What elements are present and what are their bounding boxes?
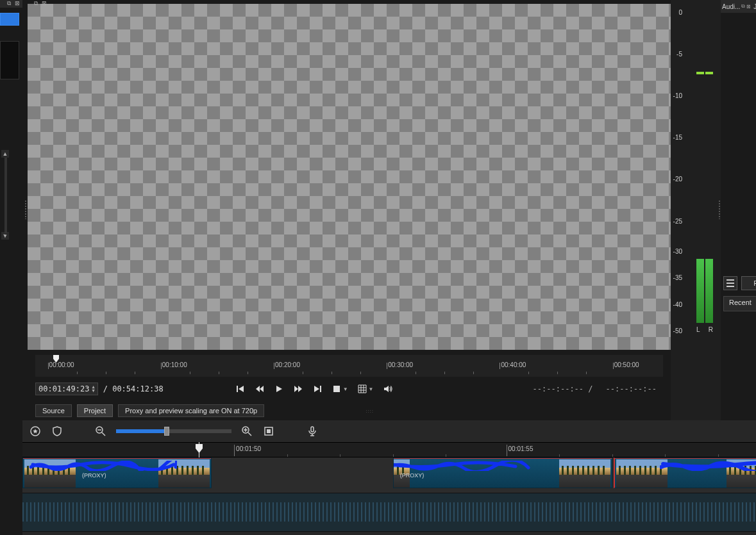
preview-ruler[interactable]: 00:00:00 00:10:00 00:20:00 00:30:00 00:4… (35, 355, 663, 377)
menu-icon[interactable] (723, 276, 737, 290)
panel-resize-handle[interactable] (24, 200, 27, 219)
channel-right-label: R (709, 326, 713, 333)
svg-line-15 (102, 432, 105, 436)
svg-rect-21 (267, 429, 271, 433)
tab-audio[interactable]: Audi...⧉⊠ (722, 3, 751, 10)
meter-scale-label: -15 (663, 134, 682, 141)
timecode-stepper[interactable]: ▲▼ (92, 385, 94, 393)
meter-scale-label: -20 (663, 176, 682, 183)
svg-marker-2 (239, 386, 244, 392)
close-icon[interactable]: ⊠ (42, 0, 48, 6)
svg-rect-10 (333, 386, 340, 392)
svg-rect-22 (311, 427, 314, 432)
proxy-badge: (PROXY) (400, 472, 424, 479)
in-point-timecode: --:--:--:-- (533, 384, 584, 393)
microphone-icon[interactable] (306, 425, 319, 438)
clip-thumbnail (559, 459, 610, 488)
svg-rect-1 (237, 386, 238, 392)
zoom-out-icon[interactable] (94, 425, 107, 438)
arrow-up-icon[interactable]: ▲ (1, 150, 9, 158)
close-icon[interactable]: ⊠ (15, 0, 21, 6)
current-timecode: 00:01:49:23 (38, 384, 89, 393)
tab-project[interactable]: Project (77, 404, 113, 417)
zoom-mode-combo[interactable]: ▼ (332, 384, 348, 394)
timeline-tick-label: 00:01:55 (508, 445, 533, 452)
tab-recent[interactable]: Recent (723, 296, 756, 311)
proxy-info-label: Proxy and preview scaling are ON at 720p (118, 404, 264, 417)
volume-icon[interactable] (383, 384, 393, 394)
meter-peak-indicators (696, 72, 713, 76)
svg-line-19 (248, 432, 251, 436)
meter-scale-label: -50 (663, 327, 682, 334)
ruler-tick-label: 00:20:00 (275, 361, 300, 368)
shield-icon[interactable] (51, 425, 63, 438)
meter-scale-label: -10 (663, 92, 682, 99)
effect-thumbnail-dark[interactable] (0, 41, 19, 79)
video-clip[interactable] (614, 457, 756, 488)
proxy-badge: (PROXY) (82, 472, 106, 479)
svg-marker-4 (260, 386, 264, 392)
pause-button[interactable]: Pau (741, 276, 756, 290)
svg-marker-5 (276, 386, 282, 392)
popout-icon[interactable]: ⧉ (34, 0, 40, 6)
meter-level-bars (696, 259, 713, 323)
meter-scale-label: 0 (663, 9, 682, 16)
tab-source[interactable]: Source (35, 404, 72, 417)
grid-combo[interactable]: ▼ (357, 384, 374, 394)
duration-label: / 00:54:12:38 (103, 384, 164, 393)
audio-track[interactable] (22, 493, 756, 532)
timeline-ruler[interactable]: 00:01:50 00:01:55 (22, 442, 756, 457)
skip-end-button[interactable] (312, 384, 323, 394)
right-panel: Audi...⧉⊠ Jobs Pau Recent (721, 0, 756, 420)
out-point-timecode: --:--:--:-- (606, 384, 657, 393)
skip-start-button[interactable] (235, 384, 246, 394)
timeline: 00:01:50 00:01:55 (22, 420, 756, 535)
meter-scale-label: -5 (663, 51, 682, 58)
ruler-tick-label: 00:40:00 (501, 361, 526, 368)
annotation-scribble (29, 461, 177, 471)
meter-scale-label: -40 (663, 301, 682, 308)
timeline-tick-label: 00:01:50 (236, 445, 261, 452)
ruler-tick-label: 00:30:00 (388, 361, 413, 368)
meter-scale-label: -25 (663, 218, 682, 225)
svg-marker-11 (384, 386, 389, 392)
video-clip[interactable]: (PROXY) (393, 457, 612, 488)
svg-rect-9 (320, 386, 321, 392)
timecode-input[interactable]: 00:01:49:23 ▲▼ (35, 383, 98, 395)
slider-thumb[interactable] (164, 427, 169, 436)
video-track[interactable]: (PROXY) (PROXY) (22, 457, 756, 493)
svg-marker-7 (298, 386, 302, 392)
meter-scale-label: -35 (663, 274, 682, 281)
channel-left-label: L (696, 326, 700, 333)
svg-marker-8 (314, 386, 319, 392)
zoom-fit-icon[interactable] (262, 425, 275, 438)
transport-bar: 00:01:49:23 ▲▼ / 00:54:12:38 ▼ (35, 379, 663, 399)
meter-scale-label: -30 (663, 248, 682, 255)
zoom-in-icon[interactable] (240, 425, 253, 438)
audio-waveform (22, 502, 756, 522)
svg-marker-3 (256, 386, 260, 392)
tab-jobs[interactable]: Jobs (753, 3, 756, 10)
video-clip[interactable]: (PROXY) (22, 457, 212, 488)
effect-thumbnail[interactable] (0, 13, 19, 26)
play-button[interactable] (274, 384, 284, 394)
ruler-tick-label: 00:00:00 (49, 361, 74, 368)
rewind-button[interactable] (255, 384, 265, 394)
annotation-scribble (393, 461, 535, 471)
svg-marker-6 (294, 386, 298, 392)
ruler-tick-label: 00:50:00 (614, 361, 639, 368)
close-icon[interactable]: ⊠ (746, 4, 751, 10)
popout-icon[interactable]: ⧉ (741, 3, 745, 10)
annotation-scribble (660, 461, 756, 471)
preview-monitor[interactable] (28, 4, 671, 350)
popout-icon[interactable]: ⧉ (7, 0, 13, 6)
left-panel: ⧉ ⊠ ▲ ▼ (0, 0, 22, 535)
forward-button[interactable] (293, 384, 303, 394)
audio-meter-panel: 0 -5 -10 -15 -20 -25 -30 -35 -40 -50 LR (671, 0, 721, 420)
marker-icon[interactable] (29, 425, 42, 438)
drag-handle[interactable]: :::: (365, 408, 374, 414)
vertical-slider[interactable]: ▲ ▼ (0, 150, 13, 342)
zoom-slider[interactable] (116, 429, 231, 433)
ruler-tick-label: 00:10:00 (162, 361, 187, 368)
